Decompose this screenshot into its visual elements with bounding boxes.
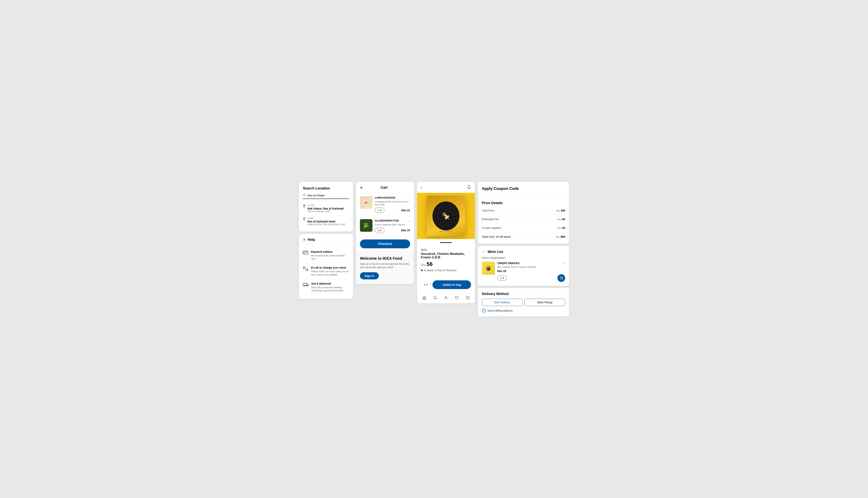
price-row-grand-total: Total incl. of all taxes Dhs400 bbox=[482, 234, 565, 240]
help-item-desc: Please check our return policy as we hav… bbox=[311, 270, 349, 276]
total-label: Total incl. of all taxes bbox=[482, 235, 511, 238]
item-more-button[interactable]: ··· bbox=[407, 219, 410, 223]
cart-title: Cart bbox=[380, 186, 388, 190]
price-row-total: Total Price Dhs340 bbox=[482, 207, 565, 213]
wishlist-item-price: Dhs 19 bbox=[497, 270, 565, 273]
wishlist-item-name: CRISPS SNACKS bbox=[497, 262, 519, 265]
list-item: Payment methos We accepts both credit an… bbox=[303, 248, 349, 264]
qty-value: 1 bbox=[378, 209, 379, 212]
svg-point-16 bbox=[469, 299, 469, 299]
quantity-selector-1[interactable]: 1 ▾ bbox=[375, 208, 384, 213]
wishlist-subtitle: Home Organisation bbox=[482, 256, 565, 259]
item-price: Dhs 21 bbox=[401, 209, 410, 212]
location-sub: Rak Al Kahimah, UAE bbox=[307, 210, 344, 213]
close-help-button[interactable]: ✕ bbox=[303, 238, 306, 242]
svg-point-0 bbox=[303, 194, 305, 196]
location-icon bbox=[303, 204, 306, 209]
search-input[interactable] bbox=[307, 194, 349, 197]
item-more-button[interactable]: ··· bbox=[407, 196, 410, 200]
cart-item-desc: Frozen Vegetable balls, 500gms bbox=[375, 223, 410, 226]
close-cart-button[interactable]: ✕ bbox=[360, 186, 363, 190]
stock-status-text: In stock bbox=[424, 269, 433, 272]
share-button[interactable] bbox=[467, 185, 471, 190]
help-item-title: It's ok to change your mind bbox=[311, 266, 349, 269]
list-item: It's ok to change your mind Please check… bbox=[303, 263, 349, 279]
qty-value: 1 bbox=[500, 276, 502, 279]
door-delivery-option[interactable]: Door Delivery bbox=[482, 299, 522, 306]
svg-point-2 bbox=[304, 205, 305, 206]
price-label: Total Price bbox=[482, 209, 494, 212]
add-to-bag-button[interactable]: Added to bag bbox=[432, 280, 471, 289]
price-label: Coupon applied bbox=[482, 226, 501, 230]
price-value: Dhs20 bbox=[558, 226, 565, 230]
cart-item-image: 🥦 bbox=[360, 219, 373, 232]
price-currency: Dhs bbox=[421, 263, 426, 266]
wishlist-title: Wish List bbox=[488, 250, 503, 254]
svg-point-3 bbox=[304, 218, 305, 219]
help-title: Help bbox=[308, 238, 315, 242]
svg-point-12 bbox=[434, 296, 436, 299]
stock-location: in Ras Al Khaimah bbox=[435, 269, 456, 272]
search-nav-icon[interactable] bbox=[433, 296, 437, 301]
product-image: 🍢 NET WT 35.3OZ bbox=[417, 193, 475, 239]
svg-line-13 bbox=[436, 298, 437, 299]
billing-address-label: Same Billing Address bbox=[487, 309, 513, 312]
cart-item-2: 🥦 ALLEMANSRÄTTEN ··· Frozen Vegetable ba… bbox=[356, 216, 414, 236]
return-icon bbox=[303, 266, 308, 272]
product-price: 56 bbox=[426, 261, 432, 267]
chevron-down-icon: ▾ bbox=[380, 209, 382, 212]
delivery-method-title: Delivery Method bbox=[482, 292, 565, 296]
svg-rect-8 bbox=[303, 283, 307, 286]
search-location-title: Search Location bbox=[303, 186, 349, 191]
item-price: Dhs 37 bbox=[401, 229, 410, 232]
svg-point-18 bbox=[562, 279, 563, 279]
payment-icon bbox=[303, 251, 308, 255]
welcome-desc: Sign up or log in to access special disc… bbox=[360, 262, 410, 269]
location-distance: 1.5 km bbox=[307, 204, 344, 207]
cart-nav-icon[interactable] bbox=[466, 296, 469, 301]
in-stock-indicator bbox=[421, 270, 423, 271]
svg-line-1 bbox=[305, 196, 306, 196]
back-button[interactable]: ‹ bbox=[421, 185, 422, 189]
wishlist-item-more-button[interactable]: ··· bbox=[562, 262, 565, 266]
price-label: Estimated Tax bbox=[482, 218, 499, 221]
location-name: Rak Palace, Ras Al Kahimah bbox=[307, 207, 344, 210]
svg-point-14 bbox=[445, 296, 447, 298]
checkout-button[interactable]: Checkout bbox=[360, 239, 410, 248]
svg-point-17 bbox=[561, 279, 561, 279]
help-items: Payment methos We accepts both credit an… bbox=[303, 248, 349, 295]
price-details-title: Price Details bbox=[482, 198, 565, 207]
price-row-tax: Estimated Tax Dhs60 bbox=[482, 216, 565, 222]
help-item-title: Payment methos bbox=[311, 250, 349, 253]
cart-item-image: 🍬 bbox=[360, 196, 373, 209]
chevron-down-icon: ▾ bbox=[503, 276, 504, 279]
billing-address-check: ✓ bbox=[482, 309, 486, 313]
help-item-title: Get it delivered bbox=[311, 282, 349, 285]
coupon-title: Apply Coupon Code bbox=[482, 186, 565, 191]
price-row-coupon: Coupon applied Dhs20 bbox=[482, 225, 565, 231]
wishlist-icon[interactable] bbox=[455, 296, 459, 301]
wishlist-quantity-selector[interactable]: 1 ▾ bbox=[497, 275, 507, 280]
wishlist-item-image: 🍘 bbox=[482, 262, 495, 275]
wishlist-item-desc: Mini Cheese Flavor Crackers Pretzels bbox=[497, 266, 565, 268]
profile-icon[interactable] bbox=[444, 296, 448, 301]
list-item[interactable]: 1.2km Ras Al Kahimah Hotel Dafan Al Khoi… bbox=[303, 215, 349, 228]
qty-value: 1 bbox=[378, 229, 379, 232]
wishlist-back-button[interactable]: ← bbox=[482, 250, 485, 254]
wishlist-add-to-cart-button[interactable] bbox=[558, 274, 565, 282]
help-item-desc: Safe and contact less delivery according… bbox=[311, 286, 349, 292]
home-icon[interactable] bbox=[423, 296, 426, 301]
list-item[interactable]: 1.5 km Rak Palace, Ras Al Kahimah Rak Al… bbox=[303, 202, 349, 215]
total-value: Dhs400 bbox=[556, 235, 565, 238]
store-pickup-option[interactable]: Store Pickup bbox=[524, 299, 565, 306]
quantity-selector-2[interactable]: 1 ▾ bbox=[375, 228, 384, 233]
product-quantity-selector[interactable]: 1 ▾ bbox=[421, 282, 430, 287]
chevron-down-icon: ▾ bbox=[380, 229, 382, 232]
wishlist-item: 🍘 CRISPS SNACKS ··· Mini Cheese Flavor C… bbox=[482, 262, 565, 282]
list-item: Get it delivered Safe and contact less d… bbox=[303, 279, 349, 295]
location-distance: 1.2km bbox=[307, 217, 345, 220]
location-name: Ras Al Kahimah Hotel bbox=[307, 220, 345, 223]
signin-button[interactable]: Sign in bbox=[360, 272, 379, 279]
location-sub: Dafan Al Khoi, Rak Al Kahimah, UAE bbox=[307, 223, 345, 226]
svg-point-10 bbox=[307, 285, 308, 286]
